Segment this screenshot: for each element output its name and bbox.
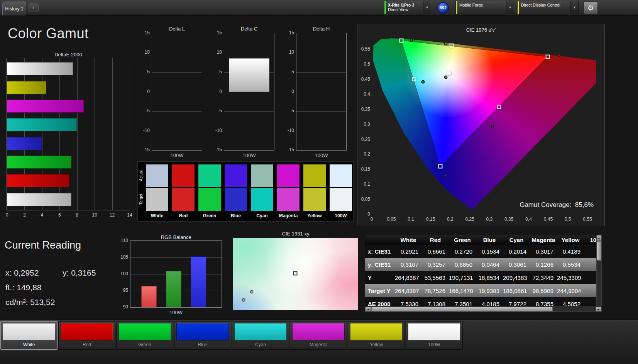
cell-value: 0,2720: [449, 248, 476, 255]
deltae-bar-row: [7, 193, 130, 206]
delta-c-chart: Delta C 100W 151050-5-10-15: [224, 33, 274, 151]
axis-tick-label: 5: [136, 69, 150, 74]
compare-actual-green: [198, 164, 221, 188]
cell-value: 0,1534: [476, 248, 503, 255]
deltae-chart-title: DeltaE 2000: [54, 52, 82, 58]
cell-value: 8,7355: [530, 301, 557, 306]
target-marker-red: [545, 54, 550, 59]
table-horizontal-scrollbar[interactable]: ◄ ►: [365, 306, 602, 312]
cell-value: 0,6850: [449, 261, 476, 268]
axis-tick-label: 0,55: [583, 217, 592, 222]
table-vertical-scrollbar[interactable]: ▲: [596, 235, 602, 306]
target-row-label: Target: [139, 188, 144, 211]
chevron-down-icon: ▼: [570, 1, 578, 14]
axis-tick-label: 6: [58, 212, 61, 218]
cell-value: 0,1266: [530, 261, 557, 268]
row-label: Target Y: [365, 288, 395, 294]
cell-value: 0,3107: [395, 261, 422, 268]
axis-tick-label: 0: [6, 212, 8, 218]
pattern-swatch-blue[interactable]: Blue: [174, 321, 231, 350]
table-row: x: CIE310,29210,66610,27200,15340,20140,…: [365, 245, 596, 258]
axis-tick-label: 0: [280, 89, 294, 94]
pattern-swatch-cyan[interactable]: Cyan: [232, 321, 289, 350]
gridline: [152, 131, 202, 131]
settings-button[interactable]: ⚙: [584, 2, 598, 14]
scroll-up-button[interactable]: ▲: [597, 235, 601, 241]
gridline: [296, 131, 346, 131]
cie1976-title: CIE 1976 u'v': [466, 27, 496, 33]
cell-value: 0,3061: [503, 261, 530, 268]
source-dropdown[interactable]: Mobile Forge ▼: [455, 1, 514, 14]
delta-h-title: Delta H: [313, 26, 330, 32]
cell-value: 0,4: [584, 248, 596, 255]
rgb-bar-green: [166, 271, 181, 307]
gridline: [296, 92, 346, 92]
scroll-left-icon: ◄: [367, 308, 369, 311]
axis-tick-label: 10: [280, 49, 294, 55]
pattern-swatch-magenta[interactable]: Magenta: [290, 321, 347, 350]
pattern-swatch-label: Yellow: [348, 342, 404, 347]
display-control-dropdown[interactable]: Direct Display Control ▼: [517, 1, 579, 14]
scroll-left-button[interactable]: ◄: [365, 307, 371, 312]
cell-value: 7,3: [584, 301, 596, 306]
pattern-swatch-100w[interactable]: 100W: [406, 321, 463, 350]
axis-tick-label: 0,25: [465, 217, 474, 222]
axis-tick-label: 0,3: [358, 122, 370, 127]
table-row: y: CIE310,31070,32570,68500,04640,30610,…: [365, 258, 596, 271]
compare-target-white: [146, 188, 169, 211]
reading-fl-label: fL:: [5, 283, 14, 292]
axis-tick-label: 0,25: [358, 137, 370, 142]
gear-icon: ⚙: [587, 3, 594, 12]
table-row: Target Y264,838778,7526166,147819,938318…: [365, 284, 596, 297]
cell-value: 190,7131: [449, 274, 476, 281]
pattern-swatch-color: [408, 323, 460, 340]
cie1931-plot: CIE 1931 xy: [233, 238, 358, 310]
reading-xy: x: 0,2952: [5, 268, 39, 278]
cell-value: 7,5330: [395, 301, 422, 306]
pattern-swatch-red[interactable]: Red: [58, 321, 115, 350]
axis-tick-label: 0,55: [358, 46, 370, 52]
pattern-swatch-green[interactable]: Green: [116, 321, 173, 350]
gamut-coverage-value: 85,6%: [575, 201, 594, 208]
axis-tick-label: -5: [208, 108, 222, 113]
horizontal-scroll-thumb[interactable]: [371, 307, 553, 312]
axis-tick-label: 2: [23, 212, 26, 218]
cell-value: 7,1308: [422, 301, 449, 306]
column-header: [365, 235, 395, 245]
pattern-swatch-label: Green: [117, 342, 173, 347]
gridline: [152, 53, 202, 53]
compare-target-red: [172, 188, 195, 211]
cell-value: 18,8534: [476, 274, 503, 281]
cell-value: 0,2921: [395, 248, 422, 255]
gridline: [224, 111, 274, 112]
compare-column-label: Blue: [223, 213, 249, 218]
axis-tick-label: -10: [208, 128, 222, 133]
axis-tick-label: 90: [114, 304, 128, 310]
cie1976-y-axis: 0,550,50,450,40,350,30,250,20,150,10,050: [358, 34, 370, 215]
cell-value: 0,3017: [530, 248, 557, 255]
pattern-swatches: WhiteRedGreenBlueCyanMagentaYellow100W: [0, 321, 463, 350]
target-marker-magenta: [497, 105, 501, 109]
actual-row-label: Actual: [139, 164, 144, 188]
deltae-bar-red: [7, 174, 69, 187]
pattern-swatch-white[interactable]: White: [0, 321, 58, 350]
tab-history-1[interactable]: History 1: [2, 2, 26, 15]
meter-dropdown[interactable]: X-Rite i1Pro 3 Direct View ▼: [384, 1, 431, 14]
axis-tick-label: 110: [114, 238, 128, 243]
pattern-swatch-color: [3, 323, 55, 340]
vertical-scroll-thumb[interactable]: [597, 241, 601, 261]
deltae-bar-yellow: [7, 81, 46, 94]
compare-target-green: [198, 188, 221, 211]
gridline: [152, 72, 202, 73]
axis-tick-label: 0,45: [358, 76, 370, 82]
pattern-swatch-label: Cyan: [232, 342, 289, 347]
pattern-swatch-yellow[interactable]: Yellow: [348, 321, 405, 350]
compare-actual-white: [146, 164, 169, 188]
cell-value: 264,8387: [395, 288, 422, 294]
compare-column-label: Green: [196, 213, 223, 218]
axis-tick-label: 0: [208, 89, 222, 94]
add-tab-button[interactable]: +: [29, 3, 39, 12]
delta-l-title: Delta L: [169, 26, 185, 32]
scroll-right-button[interactable]: ►: [596, 307, 601, 312]
current-reading-title: Current Reading: [5, 239, 81, 251]
